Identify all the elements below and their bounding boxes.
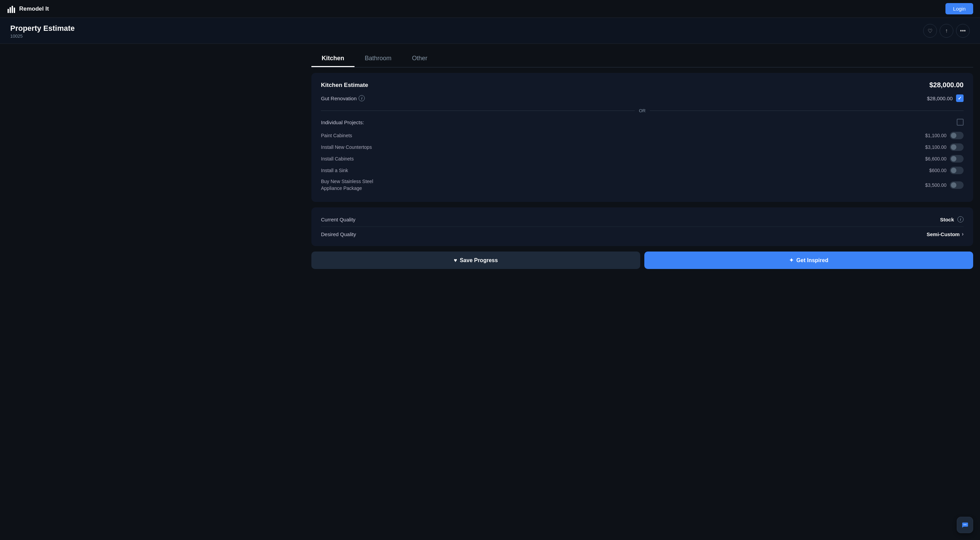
toggle-knob — [951, 144, 956, 150]
gut-checkbox[interactable] — [956, 94, 964, 102]
individual-projects-header: Individual Projects: — [321, 119, 964, 126]
current-quality-label: Current Quality — [321, 217, 356, 223]
estimate-header: Kitchen Estimate $28,000.00 — [321, 81, 964, 89]
main-layout: + + + + + + + + + Kitchen Bathroom Other… — [0, 44, 980, 276]
tab-other[interactable]: Other — [402, 51, 438, 67]
project-toggle-cabinets[interactable] — [950, 155, 964, 162]
desired-quality-value[interactable]: Semi-Custom › — [927, 231, 964, 237]
project-price: $6,600.00 — [925, 156, 947, 161]
desired-quality-row: Desired Quality Semi-Custom › — [321, 229, 964, 239]
save-heart-icon: ♥ — [454, 257, 457, 263]
or-line-left — [321, 110, 635, 111]
page-header: Property Estimate 10025 ♡ ↑ ••• — [0, 18, 980, 44]
project-right: $3,100.00 — [925, 143, 964, 151]
project-price: $1,100.00 — [925, 133, 947, 138]
estimate-card: Kitchen Estimate $28,000.00 Gut Renovati… — [311, 73, 973, 202]
svg-point-5 — [965, 524, 965, 525]
desired-quality-label: Desired Quality — [321, 231, 356, 237]
svg-point-6 — [966, 524, 966, 525]
svg-rect-1 — [10, 7, 11, 13]
project-price: $3,100.00 — [925, 144, 947, 150]
chevron-right-icon: › — [962, 231, 964, 237]
project-row-paint: Paint Cabinets $1,100.00 — [321, 130, 964, 141]
bottom-actions: ♥ Save Progress ✦ Get Inspired — [311, 252, 973, 269]
more-icon: ••• — [960, 28, 966, 34]
save-label: Save Progress — [460, 257, 498, 263]
svg-rect-2 — [12, 6, 13, 13]
svg-rect-3 — [14, 8, 15, 13]
project-right: $1,100.00 — [925, 132, 964, 139]
project-name: Paint Cabinets — [321, 133, 352, 138]
chat-icon — [961, 521, 969, 529]
project-row-appliances: Buy New Stainless Steel Appliance Packag… — [321, 176, 964, 194]
app-name: Remodel It — [19, 5, 49, 12]
logo-icon — [7, 4, 16, 14]
get-inspired-button[interactable]: ✦ Get Inspired — [644, 252, 973, 269]
heart-icon: ♡ — [928, 28, 932, 34]
gut-right: $28,000.00 — [927, 94, 964, 102]
project-right: $3,500.00 — [925, 182, 964, 189]
project-name: Buy New Stainless Steel Appliance Packag… — [321, 178, 390, 192]
estimate-title: Kitchen Estimate — [321, 82, 368, 89]
project-toggle-appliances[interactable] — [950, 182, 964, 189]
inspire-icon: ✦ — [789, 257, 794, 263]
right-panel: Kitchen Bathroom Other Kitchen Estimate … — [311, 51, 973, 269]
project-right: $6,600.00 — [925, 155, 964, 162]
app-logo: Remodel It — [7, 4, 49, 14]
project-price: $600.00 — [929, 168, 947, 173]
project-toggle-countertops[interactable] — [950, 143, 964, 151]
header-actions: ♡ ↑ ••• — [923, 24, 970, 38]
project-row-sink: Install a Sink $600.00 — [321, 165, 964, 176]
svg-point-4 — [964, 524, 964, 525]
current-quality-row: Current Quality Stock i — [321, 214, 964, 225]
share-icon: ↑ — [945, 28, 948, 34]
project-row-cabinets: Install Cabinets $6,600.00 — [321, 153, 964, 165]
favorite-button[interactable]: ♡ — [923, 24, 937, 38]
svg-rect-0 — [8, 9, 9, 13]
page-title: Property Estimate — [10, 24, 75, 33]
project-price: $3,500.00 — [925, 182, 947, 188]
gut-price: $28,000.00 — [927, 96, 953, 101]
toggle-knob — [951, 182, 956, 188]
gut-label: Gut Renovation i — [321, 95, 365, 101]
or-line-right — [650, 110, 964, 111]
property-id: 10025 — [10, 33, 75, 39]
toggle-knob — [951, 133, 956, 138]
toggle-knob — [951, 168, 956, 173]
current-quality-info-icon[interactable]: i — [958, 216, 964, 223]
estimate-total: $28,000.00 — [929, 81, 964, 89]
gut-info-icon[interactable]: i — [359, 95, 365, 101]
project-name: Install a Sink — [321, 168, 348, 173]
room-tabs: Kitchen Bathroom Other — [311, 51, 973, 67]
or-divider: OR — [321, 108, 964, 113]
gut-renovation-row: Gut Renovation i $28,000.00 — [321, 94, 964, 107]
project-name: Install Cabinets — [321, 156, 354, 161]
project-row-countertops: Install New Countertops $3,100.00 — [321, 141, 964, 153]
toggle-knob — [951, 156, 956, 161]
inspire-label: Get Inspired — [796, 257, 828, 263]
tab-kitchen[interactable]: Kitchen — [311, 51, 355, 67]
project-right: $600.00 — [929, 167, 964, 174]
login-button[interactable]: Login — [945, 3, 973, 14]
quality-divider — [321, 226, 964, 227]
topnav: Remodel It Login — [0, 0, 980, 18]
or-text: OR — [639, 108, 646, 113]
save-progress-button[interactable]: ♥ Save Progress — [311, 252, 640, 269]
chat-button[interactable] — [957, 517, 973, 533]
individual-projects-label: Individual Projects: — [321, 119, 364, 125]
individual-projects-checkbox[interactable] — [957, 119, 964, 126]
tab-bathroom[interactable]: Bathroom — [355, 51, 402, 67]
current-quality-value: Stock i — [940, 216, 964, 223]
project-toggle-sink[interactable] — [950, 167, 964, 174]
quality-card: Current Quality Stock i Desired Quality … — [311, 207, 973, 246]
gut-renovation-text: Gut Renovation — [321, 96, 356, 101]
header-left: Property Estimate 10025 — [10, 24, 75, 39]
more-button[interactable]: ••• — [956, 24, 970, 38]
share-button[interactable]: ↑ — [940, 24, 953, 38]
project-name: Install New Countertops — [321, 144, 372, 150]
project-toggle-paint[interactable] — [950, 132, 964, 139]
